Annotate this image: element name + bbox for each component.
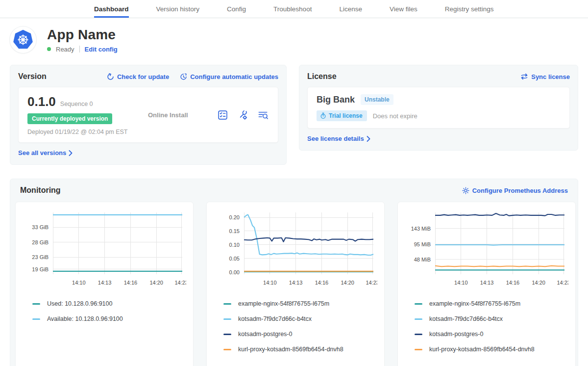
- legend-item: kotsadm-postgres-0: [415, 331, 568, 338]
- svg-text:19 GiB: 19 GiB: [32, 266, 49, 272]
- svg-text:0.10: 0.10: [229, 242, 240, 248]
- license-card: Big Bank Unstable Trial license Does not…: [307, 87, 570, 129]
- divider: [79, 46, 80, 52]
- sync-license-button[interactable]: Sync license: [520, 73, 570, 80]
- chart-plot: 143 MiB95 MiB48 MiB14:1014:1314:1614:201…: [405, 209, 568, 288]
- legend-swatch: [415, 349, 422, 350]
- refresh-icon: [107, 73, 114, 80]
- see-license-details-link[interactable]: See license details: [307, 135, 570, 142]
- deployed-badge: Currently deployed version: [27, 113, 112, 124]
- tab-registry-settings[interactable]: Registry settings: [445, 0, 494, 18]
- tab-troubleshoot[interactable]: Troubleshoot: [273, 0, 312, 18]
- svg-text:14:23: 14:23: [557, 280, 568, 286]
- legend-label: Used: 10.128.0.96:9100: [47, 300, 112, 307]
- legend-item: kotsadm-postgres-0: [223, 331, 377, 338]
- legend-swatch: [223, 318, 231, 320]
- app-header: App Name Ready Edit config: [10, 26, 578, 53]
- chart-plot: 33 GiB28 GiB23 GiB19 GiB14:1014:1314:161…: [23, 209, 186, 288]
- top-nav: DashboardVersion historyConfigTroublesho…: [0, 0, 588, 18]
- legend-item: kotsadm-7f9dc7d66c-b4tcx: [223, 315, 377, 322]
- tab-version-history[interactable]: Version history: [156, 0, 200, 18]
- legend-swatch: [223, 303, 231, 305]
- svg-text:14:13: 14:13: [480, 280, 494, 286]
- svg-text:95 MiB: 95 MiB: [414, 241, 431, 247]
- svg-text:14:16: 14:16: [124, 280, 138, 286]
- view-logs-icon[interactable]: [257, 109, 269, 121]
- configure-automatic-updates-button[interactable]: Configure automatic updates: [180, 73, 278, 80]
- legend-swatch: [415, 334, 422, 335]
- deployed-timestamp: Deployed 01/19/22 @ 02:04 pm EST: [27, 129, 141, 135]
- version-panel-title: Version: [18, 72, 47, 81]
- legend-label: kotsadm-postgres-0: [238, 331, 292, 338]
- svg-text:33 GiB: 33 GiB: [32, 224, 49, 230]
- chart-title: Disk Usage: [23, 361, 186, 366]
- tab-view-files[interactable]: View files: [390, 0, 417, 18]
- edit-config-link[interactable]: Edit config: [85, 46, 118, 53]
- license-panel-title: License: [307, 72, 337, 81]
- legend-label: example-nginx-54f8f76755-l675m: [429, 300, 520, 307]
- svg-text:0.05: 0.05: [229, 256, 240, 261]
- legend-label: Available: 10.128.0.96:9100: [47, 315, 123, 322]
- svg-text:14:23: 14:23: [174, 280, 186, 286]
- legend-item: Available: 10.128.0.96:9100: [32, 315, 186, 322]
- svg-text:14:13: 14:13: [289, 280, 303, 286]
- svg-text:14:20: 14:20: [149, 280, 163, 286]
- legend-swatch: [415, 303, 422, 305]
- preflight-checks-icon[interactable]: [217, 109, 228, 121]
- chart-legend: example-nginx-54f8f76755-l675mkotsadm-7f…: [415, 292, 568, 361]
- legend-item: kurl-proxy-kotsadm-8569fb6454-dnvh8: [223, 346, 377, 353]
- svg-text:14:10: 14:10: [454, 280, 468, 286]
- legend-swatch: [223, 349, 231, 350]
- chart-legend: example-nginx-54f8f76755-l675mkotsadm-7f…: [223, 292, 377, 361]
- tab-config[interactable]: Config: [227, 0, 246, 18]
- legend-swatch: [32, 303, 40, 305]
- version-panel: Version Check for update: [10, 65, 287, 165]
- svg-text:14:16: 14:16: [506, 280, 520, 286]
- customer-name: Big Bank: [317, 95, 355, 105]
- series-kotsadm-postgres-0: [244, 238, 373, 242]
- series-kotsadm-7f9dc7d66c-b4tcx: [435, 245, 564, 245]
- legend-swatch: [415, 318, 422, 320]
- legend-label: kotsadm-postgres-0: [429, 331, 483, 338]
- check-for-update-button[interactable]: Check for update: [107, 73, 169, 80]
- legend-item: example-nginx-54f8f76755-l675m: [223, 300, 377, 307]
- app-status: Ready: [56, 46, 74, 53]
- legend-label: kotsadm-7f9dc7d66c-b4tcx: [429, 315, 503, 322]
- chart-card-memory-usage: 143 MiB95 MiB48 MiB14:1014:1314:1614:201…: [397, 202, 576, 366]
- tab-dashboard[interactable]: Dashboard: [94, 0, 129, 18]
- series-kotsadm-7f9dc7d66c-b4tcx: [244, 215, 373, 256]
- series-kotsadm-postgres-0: [435, 213, 564, 216]
- svg-text:28 GiB: 28 GiB: [32, 239, 49, 245]
- stopwatch-icon: [320, 112, 326, 119]
- schedule-update-icon: [180, 73, 187, 80]
- svg-text:0.15: 0.15: [229, 228, 240, 234]
- svg-text:23 GiB: 23 GiB: [32, 254, 49, 260]
- svg-text:14:13: 14:13: [98, 280, 112, 286]
- charts-row: 33 GiB28 GiB23 GiB19 GiB14:1014:1314:161…: [15, 202, 573, 366]
- chart-title: Memory Usage: [405, 361, 568, 366]
- configure-prometheus-button[interactable]: Configure Prometheus Address: [462, 187, 568, 194]
- chart-title: CPU Usage: [214, 361, 377, 366]
- legend-swatch: [223, 334, 231, 335]
- chart-legend: Used: 10.128.0.96:9100Available: 10.128.…: [32, 292, 186, 331]
- gear-icon: [462, 187, 469, 194]
- config-wrench-icon[interactable]: [237, 109, 248, 121]
- channel-badge: Unstable: [361, 94, 393, 105]
- legend-item: Used: 10.128.0.96:9100: [32, 300, 186, 307]
- series-kurl-proxy-kotsadm-8569fb6454-dnvh8: [435, 266, 564, 266]
- tab-license[interactable]: License: [339, 0, 362, 18]
- svg-text:14:20: 14:20: [341, 280, 354, 286]
- see-all-versions-link[interactable]: See all versions: [18, 149, 278, 157]
- chevron-right-icon: [69, 150, 73, 156]
- svg-text:0.00: 0.00: [229, 269, 240, 275]
- svg-text:48 MiB: 48 MiB: [414, 257, 431, 262]
- license-panel: License Sync license Big Ban: [299, 65, 578, 151]
- chart-card-cpu-usage: 0.200.150.100.050.0014:1014:1314:1614:20…: [206, 202, 385, 366]
- current-version-card: 0.1.0 Sequence 0 Currently deployed vers…: [18, 87, 278, 143]
- monitoring-title: Monitoring: [20, 186, 61, 195]
- svg-text:14:10: 14:10: [263, 280, 277, 286]
- svg-text:14:23: 14:23: [366, 280, 377, 286]
- install-type: Online Install: [141, 111, 217, 119]
- legend-label: kurl-proxy-kotsadm-8569fb6454-dnvh8: [429, 346, 535, 353]
- svg-text:143 MiB: 143 MiB: [411, 226, 431, 232]
